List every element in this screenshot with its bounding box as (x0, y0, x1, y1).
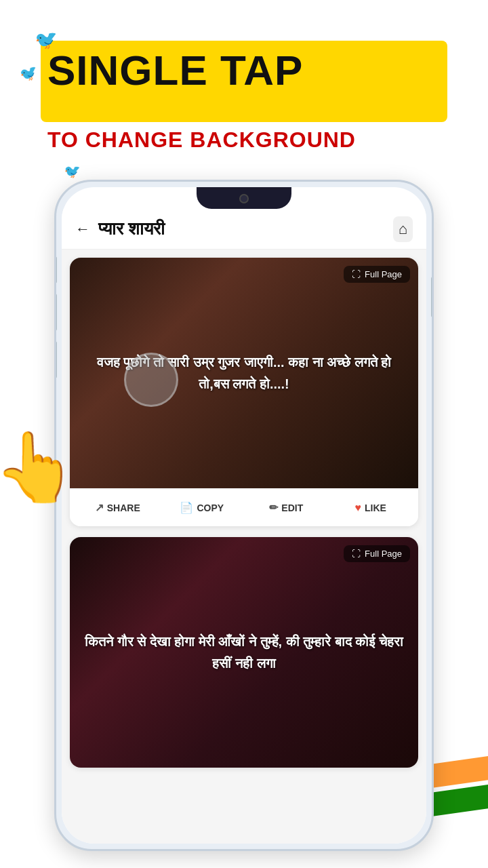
subtitle-text: TO CHANGE BACKGROUND (47, 127, 356, 153)
copy-label-1: COPY (197, 502, 224, 513)
shayari-card-2[interactable]: कितने गौर से देखा होगा मेरी आँखों ने तुम… (70, 537, 418, 768)
shayari-card-1[interactable]: वजह पूछोगे तो सारी उम्र गुजर जाएगी... कह… (70, 258, 418, 526)
volume-down-button (54, 294, 57, 331)
back-button[interactable]: ← (75, 220, 90, 238)
like-button-1[interactable]: ♥ LIKE (329, 498, 413, 518)
page-title: प्यार शायरी (98, 218, 393, 239)
power-button (431, 277, 434, 317)
volume-up-button (54, 256, 57, 283)
card-background-2: कितने गौर से देखा होगा मेरी आँखों ने तुम… (70, 537, 418, 768)
screen-content: ← प्यार शायरी ⌂ वजह पूछोगे तो सारी उम्र … (62, 209, 426, 844)
bird-icon-3: 🐦 (62, 161, 83, 181)
full-page-button-1[interactable]: ⛶ Full Page (344, 266, 410, 283)
fullpage-icon-2: ⛶ (352, 549, 361, 559)
fullpage-icon-1: ⛶ (352, 269, 361, 279)
app-header: ← प्यार शायरी ⌂ (62, 209, 426, 250)
silent-button (54, 341, 57, 378)
like-label-1: LIKE (365, 502, 386, 513)
card-background-1: वजह पूछोगे तो सारी उम्र गुजर जाएगी... कह… (70, 258, 418, 488)
full-page-label-1: Full Page (365, 269, 402, 279)
edit-label-1: EDIT (281, 502, 303, 513)
tap-ripple (124, 353, 178, 407)
copy-button-1[interactable]: 📄 COPY (160, 497, 245, 518)
copy-icon-1: 📄 (180, 501, 193, 514)
phone-frame: ← प्यार शायरी ⌂ वजह पूछोगे तो सारी उम्र … (54, 180, 434, 851)
card-actions-1: ↗ SHARE 📄 COPY ✏ EDIT ♥ (70, 488, 418, 526)
cards-container: वजह पूछोगे तो सारी उम्र गुजर जाएगी... कह… (62, 250, 426, 844)
shayari-text-2: कितने गौर से देखा होगा मेरी आँखों ने तुम… (70, 617, 418, 688)
card-image-2[interactable]: कितने गौर से देखा होगा मेरी आँखों ने तुम… (70, 537, 418, 768)
full-page-label-2: Full Page (365, 549, 402, 559)
headline-text: SINGLE TAP (47, 46, 303, 94)
notch (197, 187, 291, 209)
full-page-button-2[interactable]: ⛶ Full Page (344, 545, 410, 562)
phone-inner: ← प्यार शायरी ⌂ वजह पूछोगे तो सारी उम्र … (62, 187, 426, 844)
bird-icon-2: 🐦 (17, 61, 41, 85)
edit-button-1[interactable]: ✏ EDIT (244, 497, 329, 518)
card-image-1[interactable]: वजह पूछोगे तो सारी उम्र गुजर जाएगी... कह… (70, 258, 418, 488)
hand-pointer-icon: 👆 (0, 427, 115, 507)
like-icon-1: ♥ (355, 502, 362, 514)
shayari-text-1: वजह पूछोगे तो सारी उम्र गुजर जाएगी... कह… (70, 338, 418, 408)
home-button[interactable]: ⌂ (393, 216, 413, 242)
camera (239, 194, 249, 203)
edit-icon-1: ✏ (269, 501, 278, 514)
